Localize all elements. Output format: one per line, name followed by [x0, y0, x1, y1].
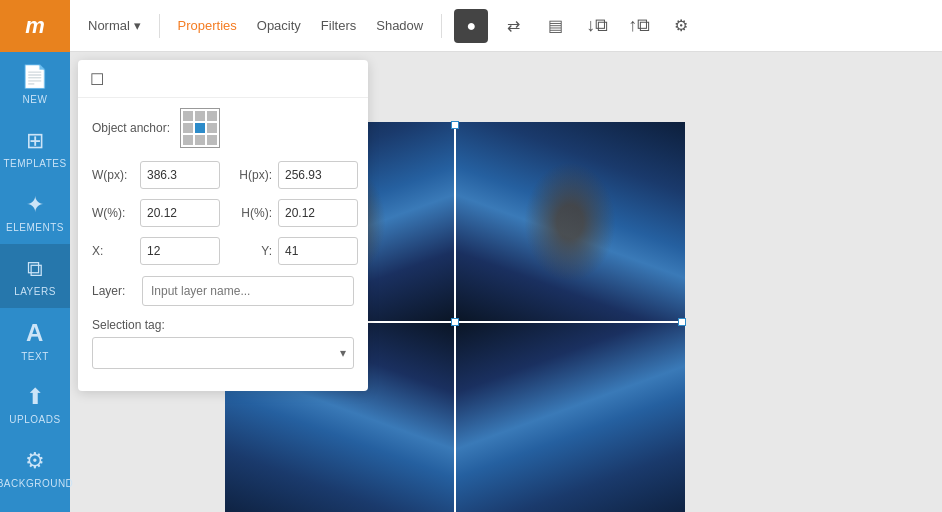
sidebar-item-text[interactable]: A TEXT [0, 308, 70, 372]
tab-opacity-label: Opacity [257, 18, 301, 33]
anchor-cell-br[interactable] [207, 135, 217, 145]
templates-icon: ⊞ [26, 128, 45, 154]
w-px-input[interactable] [140, 161, 220, 189]
sidebar-item-background[interactable]: ⚙ BACKGROUND [0, 436, 70, 500]
tab-properties-label: Properties [178, 18, 237, 33]
layers-icon: ⧉ [27, 256, 44, 282]
sidebar-label-layers: LAYERS [14, 286, 56, 297]
sidebar-item-new[interactable]: 📄 NEW [0, 52, 70, 116]
canvas-area: ☐ Object anchor: W(px): [70, 52, 942, 512]
toolbar-sep-1 [159, 14, 160, 38]
sidebar-item-layers[interactable]: ⧉ LAYERS [0, 244, 70, 308]
h-px-input[interactable] [278, 161, 358, 189]
anchor-cell-mm[interactable] [195, 123, 205, 133]
selection-tag-wrapper: ▾ [92, 337, 354, 369]
x-label: X: [92, 244, 134, 258]
blend-mode-label: Normal ▾ [88, 18, 141, 33]
h-pct-input[interactable] [278, 199, 358, 227]
stack-button[interactable]: ▤ [538, 9, 572, 43]
sidebar-label-elements: ELEMENTS [6, 222, 64, 233]
layer-label: Layer: [92, 284, 134, 298]
dimensions-px-row: W(px): H(px): [78, 156, 368, 194]
tab-filters[interactable]: Filters [315, 14, 362, 37]
anchor-cell-ml[interactable] [183, 123, 193, 133]
selection-tag-row: Selection tag: ▾ [78, 312, 368, 375]
anchor-cell-bl[interactable] [183, 135, 193, 145]
tab-filters-label: Filters [321, 18, 356, 33]
img-top-right [455, 122, 685, 322]
sidebar-label-new: NEW [23, 94, 48, 105]
circle-fill-button[interactable]: ● [454, 9, 488, 43]
sidebar-label-uploads: UPLOADS [9, 414, 60, 425]
anchor-cell-bm[interactable] [195, 135, 205, 145]
layer-down-button[interactable]: ↓⧉ [580, 9, 614, 43]
sidebar-label-templates: TEMPLATES [3, 158, 66, 169]
x-input[interactable] [140, 237, 220, 265]
panel-header-icon: ☐ [90, 70, 104, 89]
top-toolbar: Normal ▾ Properties Opacity Filters Shad… [70, 0, 942, 52]
main-layout: ☐ Object anchor: W(px): [0, 52, 942, 512]
vertical-divider [454, 122, 456, 512]
h-px-label: H(px): [226, 168, 272, 182]
tab-shadow[interactable]: Shadow [370, 14, 429, 37]
layer-name-input[interactable] [142, 276, 354, 306]
position-row: X: Y: [78, 232, 368, 270]
sidebar-item-templates[interactable]: ⊞ TEMPLATES [0, 116, 70, 180]
w-pct-label: W(%): [92, 206, 134, 220]
anchor-cell-tl[interactable] [183, 111, 193, 121]
sidebar-label-text: TEXT [21, 351, 49, 362]
y-label: Y: [226, 244, 272, 258]
text-icon: A [26, 319, 44, 347]
dimensions-pct-row: W(%): H(%): [78, 194, 368, 232]
tab-shadow-label: Shadow [376, 18, 423, 33]
tab-opacity[interactable]: Opacity [251, 14, 307, 37]
uploads-icon: ⬆ [26, 384, 45, 410]
anchor-section: Object anchor: [78, 98, 368, 156]
anchor-cell-tr[interactable] [207, 111, 217, 121]
y-input[interactable] [278, 237, 358, 265]
anchor-grid[interactable] [180, 108, 220, 148]
app-logo[interactable]: m [0, 0, 70, 52]
toolbar-sep-2 [441, 14, 442, 38]
anchor-cell-tm[interactable] [195, 111, 205, 121]
sidebar-item-uploads[interactable]: ⬆ UPLOADS [0, 372, 70, 436]
tab-properties[interactable]: Properties [172, 14, 243, 37]
sidebar-item-elements[interactable]: ✦ ELEMENTS [0, 180, 70, 244]
swap-button[interactable]: ⇄ [496, 9, 530, 43]
sidebar-label-background: BACKGROUND [0, 478, 73, 489]
layer-row: Layer: [78, 270, 368, 312]
w-px-label: W(px): [92, 168, 134, 182]
panel-header: ☐ [78, 60, 368, 98]
new-icon: 📄 [21, 64, 49, 90]
anchor-cell-mr[interactable] [207, 123, 217, 133]
elements-icon: ✦ [26, 192, 45, 218]
settings-button[interactable]: ⚙ [664, 9, 698, 43]
left-sidebar: m 📄 NEW ⊞ TEMPLATES ✦ ELEMENTS ⧉ LAYERS … [0, 0, 70, 512]
h-pct-label: H(%): [226, 206, 272, 220]
img-bottom-right [455, 322, 685, 512]
w-pct-input[interactable] [140, 199, 220, 227]
properties-panel: ☐ Object anchor: W(px): [78, 60, 368, 391]
layer-up-button[interactable]: ↑⧉ [622, 9, 656, 43]
background-icon: ⚙ [25, 448, 46, 474]
selection-tag-label: Selection tag: [92, 318, 354, 332]
selection-tag-select[interactable] [92, 337, 354, 369]
anchor-label: Object anchor: [92, 121, 170, 135]
blend-mode-dropdown[interactable]: Normal ▾ [82, 14, 147, 37]
